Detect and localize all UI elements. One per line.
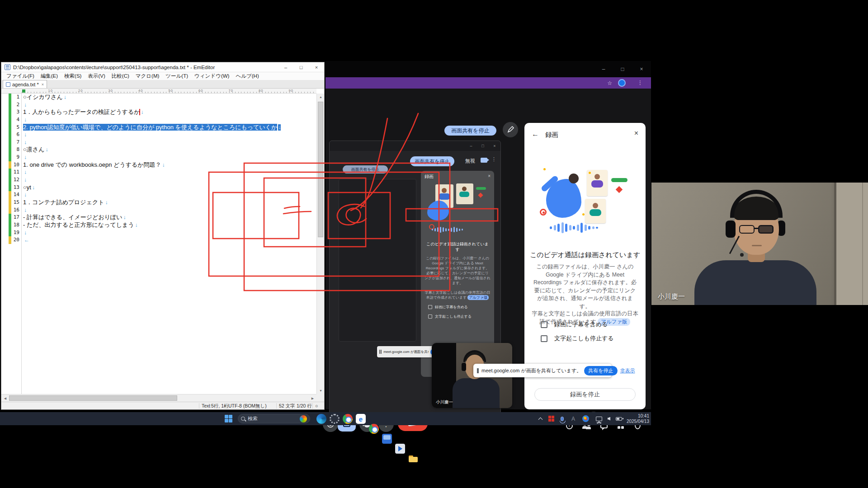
gutter-row: 4	[1, 116, 21, 124]
menu-item[interactable]: 検索(S)	[61, 73, 85, 80]
include-captions-row[interactable]: 録画に字幕を含める	[541, 320, 608, 328]
recording-heading: このビデオ通話は録画されています	[524, 251, 646, 259]
editor-line[interactable]: ○yt↓	[22, 184, 316, 192]
chrome-menu-icon[interactable]: ⋮	[637, 80, 643, 86]
menu-item[interactable]: ウィンドウ(W)	[191, 73, 232, 80]
tray-app-grid[interactable]	[548, 412, 555, 425]
scroll-left-arrow[interactable]: ◀	[1, 394, 9, 402]
sharing-icon	[477, 368, 479, 373]
emeditor-maximize-button[interactable]: □	[293, 62, 309, 72]
taskbar-app-settings[interactable]	[330, 414, 340, 424]
stop-sharing-button[interactable]: 共有を停止	[584, 366, 617, 375]
start-button[interactable]	[225, 415, 232, 422]
recording-panel-title: 録画	[545, 131, 558, 139]
scroll-up-arrow[interactable]: ▲	[317, 94, 325, 100]
participant-video[interactable]: 小川慶一	[651, 183, 868, 305]
nested-checkbox	[428, 314, 432, 319]
hide-share-bar-link[interactable]: 非表示	[620, 367, 635, 374]
editor-line[interactable]: ↓	[22, 131, 316, 139]
stop-transcript-checkbox[interactable]	[541, 335, 547, 342]
editor-line[interactable]: 1. one drive での workbooks.oepn どうするか問題？↓	[22, 161, 316, 169]
taskbar-app-browser-e[interactable]: e	[356, 414, 366, 424]
editor-line[interactable]: ↓	[22, 101, 316, 109]
ruler-number: 80	[259, 89, 263, 93]
editor-line[interactable]: ○イシカワさん↓	[22, 94, 316, 101]
menu-item[interactable]: ファイル(F)	[3, 73, 38, 80]
stop-transcript-row[interactable]: 文字起こしも停止する	[541, 334, 614, 343]
editor-line[interactable]: ↓	[22, 176, 316, 184]
tray-volume[interactable]	[608, 412, 610, 425]
editor-line[interactable]: ○凛さん↓	[22, 146, 316, 154]
chrome-meet-window: – □ × ☆ ⋮ 画面共有を停止 – □ ×	[326, 61, 651, 409]
tray-weather-app[interactable]	[582, 412, 589, 425]
self-view-headphones	[463, 350, 486, 362]
taskbar-app-chrome[interactable]	[343, 414, 353, 424]
scroll-down-arrow[interactable]: ▼	[317, 387, 325, 394]
bookmark-star-icon[interactable]: ☆	[607, 80, 612, 86]
search-doodle-icon[interactable]	[300, 415, 307, 422]
editor-line[interactable]: ↓	[22, 206, 316, 214]
line-number: 18	[9, 221, 19, 229]
editor-area[interactable]: 1234567891011121314151617181920 ○イシカワさん↓…	[1, 94, 316, 394]
tray-show-hidden-icons[interactable]	[538, 412, 543, 425]
emeditor-close-button[interactable]: ×	[309, 62, 324, 72]
vertical-scroll-thumb[interactable]	[318, 102, 323, 237]
menu-item[interactable]: 比較(C)	[108, 73, 132, 80]
chrome-maximize-button[interactable]: □	[613, 61, 632, 77]
menu-item[interactable]: ツール(T)	[162, 73, 191, 80]
tray-display-icon[interactable]	[596, 412, 602, 425]
taskbar-app-edge[interactable]	[316, 414, 326, 424]
include-captions-checkbox[interactable]	[541, 321, 547, 328]
taskbar-clock[interactable]: 10:41 2025/04/13	[622, 413, 649, 424]
annotation-pen-button[interactable]	[503, 122, 518, 137]
emeditor-titlebar[interactable]: D:\Dropbox\galapagos\contents\lecture\su…	[1, 62, 324, 72]
editor-line[interactable]: ↓	[22, 116, 316, 124]
tab-agenda-txt[interactable]: agenda.txt * ×	[3, 80, 47, 88]
tab-close-icon[interactable]: ×	[42, 82, 44, 87]
editor-line[interactable]: - ただ、出力すると正方形になってしまう↓	[22, 221, 316, 229]
ruler-number: 30	[108, 89, 113, 93]
stop-presenting-button[interactable]: 画面共有を停止	[444, 126, 496, 136]
menu-item[interactable]: 表示(V)	[85, 73, 108, 80]
eol-mark-icon: ↓	[24, 207, 27, 213]
em-textarea[interactable]: ○イシカワさん↓↓1．人からもらったデータの検証どうするか↓↓2. python…	[22, 94, 316, 394]
eol-mark-icon: ↓	[24, 177, 27, 183]
tray-battery[interactable]	[616, 412, 622, 425]
taskbar-app-explorer[interactable]	[408, 454, 418, 464]
editor-line[interactable]: - 計算はできる、イメージどおりぽい↓	[22, 214, 316, 221]
profile-avatar[interactable]	[618, 79, 626, 87]
taskbar-app-media[interactable]	[395, 444, 405, 454]
tray-microphone[interactable]	[561, 412, 564, 425]
horizontal-scroll-thumb[interactable]	[9, 395, 177, 401]
emeditor-minimize-button[interactable]: –	[278, 62, 293, 72]
editor-line[interactable]: 1．コンテナ詰めプロジェクト↓	[22, 199, 316, 206]
menu-item[interactable]: マクロ(M)	[132, 73, 163, 80]
editor-line[interactable]: ↓	[22, 229, 316, 237]
eol-mark-icon: ↓	[141, 109, 144, 115]
editor-line[interactable]: ↓	[22, 154, 316, 161]
taskbar-search-box[interactable]: 検索	[238, 414, 310, 423]
vertical-scrollbar[interactable]: ▲ ▼	[316, 94, 324, 394]
menu-item[interactable]: ヘルプ(H)	[232, 73, 262, 80]
recording-panel-close-icon[interactable]: ×	[634, 129, 638, 137]
scroll-right-arrow[interactable]: ▶	[309, 394, 316, 402]
chrome-minimize-button[interactable]: –	[594, 61, 613, 77]
editor-line[interactable]: ↓	[22, 139, 316, 146]
taskbar-app-display[interactable]	[382, 434, 392, 444]
pen-icon	[507, 126, 514, 133]
editor-line[interactable]: ↓	[22, 169, 316, 176]
editor-line[interactable]: 1．人からもらったデータの検証どうするか↓	[22, 108, 316, 116]
taskbar-app-chrome-2[interactable]	[369, 424, 379, 434]
illustration-waveform	[550, 221, 620, 234]
chrome-close-button[interactable]: ×	[632, 61, 651, 77]
editor-line[interactable]: 2. python認知度が低い職場で、どのように自分が python を使えるよ…	[22, 124, 316, 131]
tray-ime-indicator[interactable]: A	[571, 412, 575, 425]
menu-item[interactable]: 編集(E)	[38, 73, 61, 80]
back-arrow-icon[interactable]: ←	[532, 130, 539, 138]
stop-recording-button[interactable]: 録画を停止	[534, 388, 636, 401]
editor-line[interactable]: ←	[22, 236, 316, 244]
horizontal-scrollbar[interactable]: ◀ ▶	[1, 394, 316, 402]
self-view-name-label: 小川慶一	[436, 399, 453, 405]
eol-mark-icon: ↓	[32, 184, 35, 191]
editor-line[interactable]: ↓	[22, 191, 316, 199]
